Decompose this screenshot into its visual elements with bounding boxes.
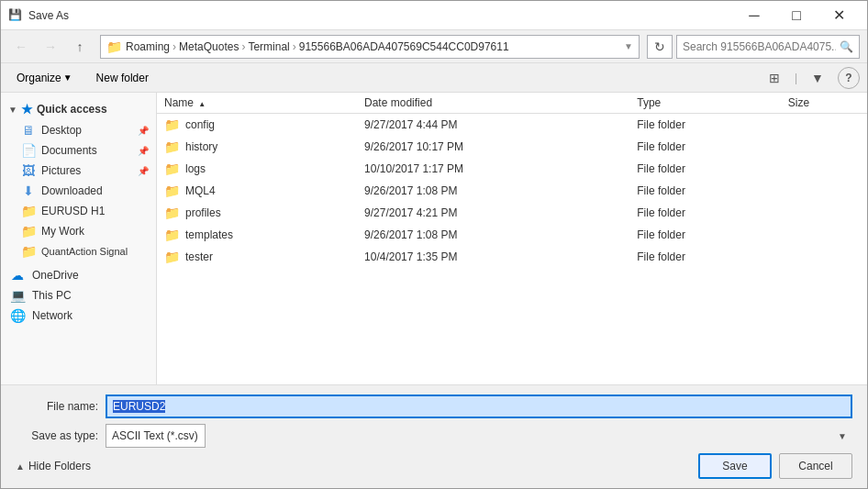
- file-type: File folder: [629, 202, 781, 224]
- sidebar-item-desktop-label: Desktop: [41, 124, 82, 137]
- help-button[interactable]: ?: [838, 67, 860, 89]
- sidebar-item-mywork-label: My Work: [41, 225, 84, 238]
- search-bar: 🔍: [676, 35, 860, 59]
- sidebar-network-label: Network: [32, 309, 72, 322]
- organize-label: Organize: [17, 72, 61, 84]
- sidebar-onedrive-label: OneDrive: [32, 269, 79, 282]
- file-type: File folder: [629, 158, 781, 180]
- sidebar-item-pictures-label: Pictures: [41, 164, 81, 177]
- maximize-button[interactable]: □: [775, 1, 818, 30]
- col-name[interactable]: Name ▲: [157, 93, 357, 114]
- onedrive-icon: ☁: [8, 268, 27, 283]
- file-date: 9/26/2017 1:08 PM: [357, 180, 629, 202]
- sidebar-item-network[interactable]: 🌐 Network: [1, 306, 156, 326]
- sidebar-item-pictures[interactable]: 🖼 Pictures 📌: [1, 161, 156, 181]
- file-date: 9/27/2017 4:44 PM: [357, 114, 629, 136]
- breadcrumb-part[interactable]: Roaming: [126, 40, 170, 53]
- main-area: ▼ ★ Quick access 🖥 Desktop 📌 📄 Documents…: [1, 93, 867, 384]
- sidebar-item-eurusd[interactable]: 📁 EURUSD H1: [1, 201, 156, 221]
- file-name: MQL4: [185, 184, 216, 197]
- view-divider: |: [795, 72, 797, 84]
- table-row[interactable]: 📁 history 9/26/2017 10:17 PM File folder: [157, 136, 867, 158]
- pin-icon: 📌: [138, 166, 149, 176]
- sidebar-item-mywork[interactable]: 📁 My Work: [1, 221, 156, 241]
- file-size: [781, 202, 867, 224]
- col-size: Size: [781, 93, 867, 114]
- file-size: [781, 136, 867, 158]
- cancel-button[interactable]: Cancel: [779, 453, 852, 479]
- search-input[interactable]: [683, 40, 836, 53]
- sidebar-item-downloaded-label: Downloaded: [41, 184, 103, 197]
- select-dropdown-icon: ▼: [838, 431, 847, 441]
- sidebar-item-downloaded[interactable]: ⬇ Downloaded: [1, 181, 156, 201]
- quick-access-collapse-icon: ▼: [8, 105, 17, 115]
- view-button[interactable]: ⊞: [762, 67, 787, 89]
- sidebar-item-thispc[interactable]: 💻 This PC: [1, 285, 156, 306]
- save-button[interactable]: Save: [698, 453, 772, 479]
- filename-row: File name:: [16, 395, 852, 418]
- sidebar-item-quantaction-label: QuantAction Signal: [41, 246, 128, 257]
- breadcrumb-bar[interactable]: 📁 Roaming › MetaQuotes › Terminal › 9155…: [100, 35, 640, 59]
- filetype-label: Save as type:: [16, 429, 98, 442]
- file-name: tester: [185, 250, 213, 263]
- file-name: profiles: [185, 206, 221, 219]
- filetype-select[interactable]: ASCII Text (*.csv) CSV (*.csv) Text (*.t…: [106, 424, 206, 448]
- breadcrumb-dropdown-icon[interactable]: ▼: [624, 41, 633, 51]
- sidebar-item-desktop[interactable]: 🖥 Desktop 📌: [1, 120, 156, 140]
- sidebar-thispc-label: This PC: [32, 289, 72, 302]
- folder-icon: 📁: [164, 183, 180, 198]
- refresh-button[interactable]: ↻: [647, 35, 673, 59]
- minimize-button[interactable]: ─: [733, 1, 775, 30]
- breadcrumb-part[interactable]: Terminal: [248, 40, 289, 53]
- downloaded-icon: ⬇: [19, 183, 38, 198]
- table-row[interactable]: 📁 profiles 9/27/2017 4:21 PM File folder: [157, 202, 867, 224]
- bottom-area: File name: Save as type: ASCII Text (*.c…: [1, 384, 867, 488]
- table-row[interactable]: 📁 logs 10/10/2017 1:17 PM File folder: [157, 158, 867, 180]
- file-name: templates: [185, 228, 233, 241]
- forward-button[interactable]: →: [38, 34, 63, 60]
- quick-access-label: Quick access: [37, 103, 107, 116]
- file-date: 10/10/2017 1:17 PM: [357, 158, 629, 180]
- hide-folders-icon: ▲: [16, 461, 25, 472]
- thispc-icon: 💻: [8, 288, 27, 303]
- file-date: 10/4/2017 1:35 PM: [357, 246, 629, 268]
- up-button[interactable]: ↑: [67, 34, 93, 60]
- sidebar-item-documents[interactable]: 📄 Documents 📌: [1, 140, 156, 161]
- sidebar-item-eurusd-label: EURUSD H1: [41, 205, 105, 217]
- file-table: Name ▲ Date modified Type Size: [157, 93, 867, 268]
- organize-dropdown-icon: ▼: [63, 72, 72, 83]
- close-button[interactable]: ✕: [818, 1, 860, 30]
- back-button[interactable]: ←: [8, 34, 34, 60]
- table-row[interactable]: 📁 MQL4 9/26/2017 1:08 PM File folder: [157, 180, 867, 202]
- filename-input[interactable]: [106, 395, 852, 418]
- new-folder-button[interactable]: New folder: [88, 67, 157, 89]
- breadcrumb-icon: 📁: [106, 39, 122, 54]
- file-size: [781, 224, 867, 246]
- quick-access-header[interactable]: ▼ ★ Quick access: [1, 98, 156, 120]
- file-name: logs: [185, 162, 206, 175]
- view-dropdown-button[interactable]: ▼: [805, 67, 830, 89]
- file-size: [781, 180, 867, 202]
- breadcrumb-part[interactable]: MetaQuotes: [179, 40, 239, 53]
- folder-icon: 📁: [164, 228, 180, 242]
- filename-label: File name:: [16, 400, 98, 413]
- breadcrumb-part[interactable]: 915566BA06ADA407569C544CC0D97611: [299, 40, 509, 53]
- sidebar-item-documents-label: Documents: [41, 144, 97, 157]
- button-row: ▲ Hide Folders Save Cancel: [16, 453, 852, 479]
- col-date: Date modified: [357, 93, 629, 114]
- mywork-folder-icon: 📁: [19, 224, 38, 239]
- table-row[interactable]: 📁 templates 9/26/2017 1:08 PM File folde…: [157, 224, 867, 246]
- file-name: history: [185, 140, 217, 153]
- sidebar-item-quantaction[interactable]: 📁 QuantAction Signal: [1, 241, 156, 261]
- file-size: [781, 246, 867, 268]
- hide-folders-toggle[interactable]: ▲ Hide Folders: [16, 460, 91, 472]
- quantaction-folder-icon: 📁: [19, 244, 38, 259]
- table-row[interactable]: 📁 tester 10/4/2017 1:35 PM File folder: [157, 246, 867, 268]
- documents-icon: 📄: [19, 143, 38, 158]
- sidebar-item-onedrive[interactable]: ☁ OneDrive: [1, 265, 156, 285]
- organize-button[interactable]: Organize ▼: [8, 67, 81, 89]
- save-as-dialog: 💾 Save As ─ □ ✕ ← → ↑ 📁 Roaming › MetaQu…: [0, 0, 868, 489]
- table-row[interactable]: 📁 config 9/27/2017 4:44 PM File folder: [157, 114, 867, 136]
- pin-icon: 📌: [138, 126, 149, 136]
- window-icon: 💾: [8, 8, 23, 23]
